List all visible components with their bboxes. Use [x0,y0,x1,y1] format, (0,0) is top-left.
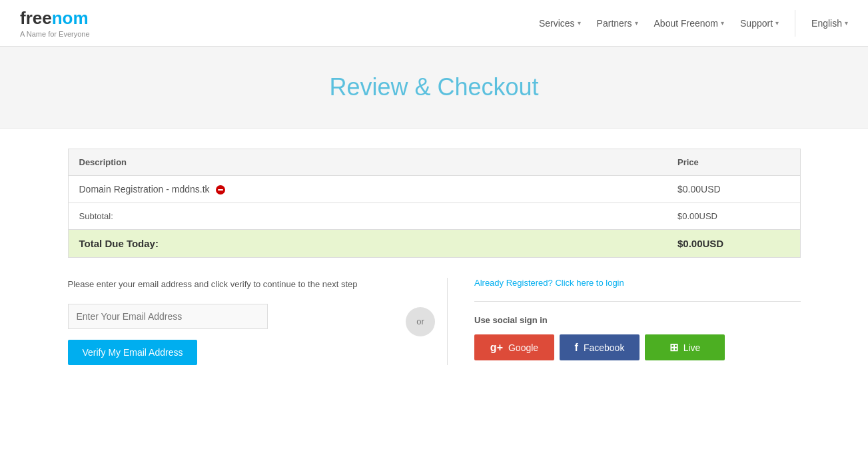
facebook-icon: f [575,342,578,354]
remove-icon[interactable] [216,185,225,195]
col-price: Price [667,149,800,176]
google-signin-button[interactable]: g+ Google [474,334,554,360]
social-buttons: g+ Google f Facebook ⊞ Live [474,334,801,360]
language-selector[interactable]: English ▾ [811,18,848,29]
nav-item-services[interactable]: Services ▾ [539,18,581,29]
nav-links: Services ▾ Partners ▾ About Freenom ▾ Su… [539,10,848,37]
or-divider: or [406,307,435,336]
table-row: Domain Registration - mddns.tk $0.00USD [68,176,800,203]
nav-item-about[interactable]: About Freenom ▾ [654,18,725,29]
order-table: Description Price Domain Registration - … [68,149,801,258]
google-icon: g+ [490,342,503,354]
chevron-down-icon: ▾ [775,19,779,27]
total-label: Total Due Today: [68,230,667,258]
live-signin-button[interactable]: ⊞ Live [645,334,725,360]
chevron-down-icon: ▾ [845,19,848,27]
facebook-signin-button[interactable]: f Facebook [560,334,640,360]
col-description: Description [68,149,667,176]
subtotal-row: Subtotal: $0.00USD [68,203,800,230]
windows-icon: ⊞ [669,341,678,354]
nav-item-support[interactable]: Support ▾ [740,18,779,29]
social-section: Already Registered? Click here to login … [447,278,801,365]
navbar: freenom A Name for Everyone Services ▾ P… [0,0,868,47]
logo-free: free [20,8,52,29]
chevron-down-icon: ▾ [635,19,638,27]
checkout-section: Please enter your email address and clic… [68,278,801,365]
already-registered-link[interactable]: Already Registered? Click here to login [474,278,801,302]
brand-logo-container: freenom A Name for Everyone [20,8,90,38]
chevron-down-icon: ▾ [721,19,724,27]
page-title: Review & Checkout [13,73,855,101]
verify-email-button[interactable]: Verify My Email Address [68,340,198,365]
total-row: Total Due Today: $0.00USD [68,230,800,258]
nav-item-partners[interactable]: Partners ▾ [597,18,638,29]
email-section: Please enter your email address and clic… [68,278,394,365]
domain-price: $0.00USD [667,176,800,203]
chevron-down-icon: ▾ [578,19,581,27]
subtotal-label: Subtotal: [68,203,667,230]
email-input[interactable] [68,304,268,329]
logo-nom: nom [52,8,89,29]
main-content: Description Price Domain Registration - … [55,129,814,385]
total-value: $0.00USD [667,230,800,258]
subtotal-value: $0.00USD [667,203,800,230]
domain-description: Domain Registration - mddns.tk [68,176,667,203]
social-label: Use social sign in [474,315,801,325]
page-header: Review & Checkout [0,47,868,129]
nav-divider [795,10,795,37]
email-instruction: Please enter your email address and clic… [68,278,394,292]
brand-tagline: A Name for Everyone [20,30,90,38]
